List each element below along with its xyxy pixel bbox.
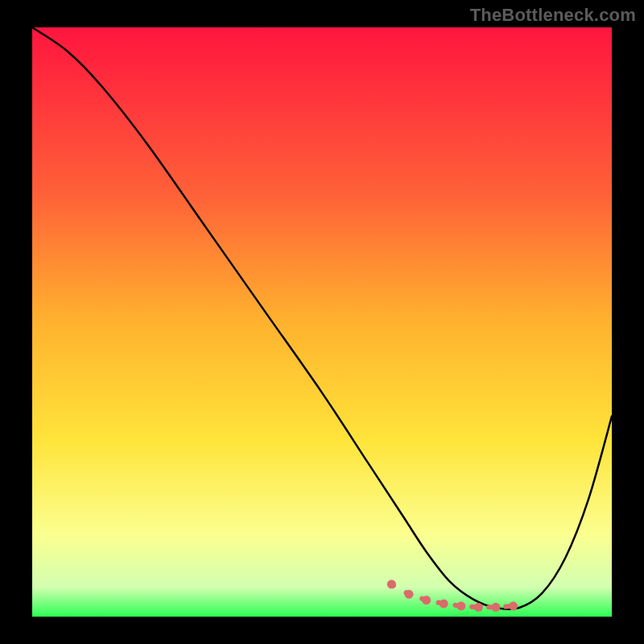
- highlight-dot: [492, 603, 501, 612]
- highlight-dot: [474, 603, 483, 612]
- curve-layer: [32, 27, 612, 617]
- highlight-dot: [387, 580, 396, 588]
- watermark-text: TheBottleneck.com: [470, 5, 636, 26]
- chart-container: TheBottleneck.com: [0, 0, 644, 644]
- highlight-dot: [422, 596, 431, 605]
- bottleneck-curve: [32, 27, 612, 609]
- highlight-dot: [509, 601, 518, 610]
- highlight-dot: [440, 599, 448, 608]
- plot-area: [32, 27, 612, 617]
- highlight-dot: [405, 590, 414, 599]
- highlight-dot: [456, 601, 465, 610]
